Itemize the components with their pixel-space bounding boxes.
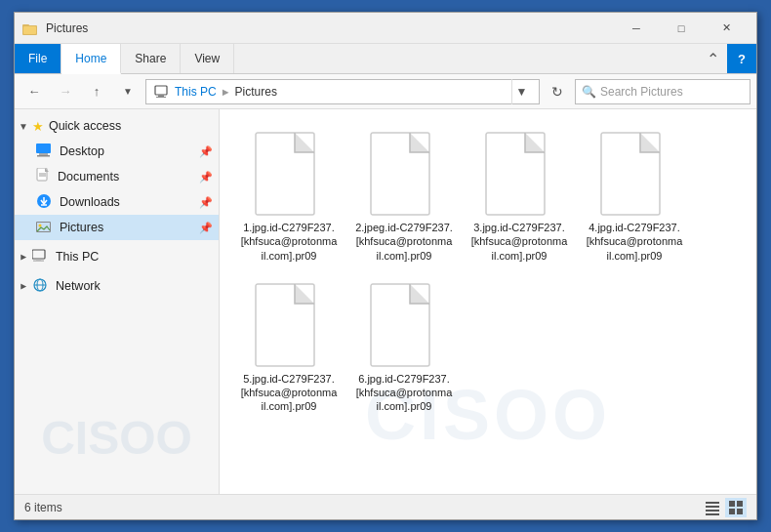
file-name: 3.jpg.id-C279F237.[khfsuca@protonmail.co… [470, 221, 568, 263]
quick-access-chevron: ▼ [19, 121, 28, 132]
breadcrumb-pictures[interactable]: Pictures [235, 85, 277, 99]
list-view-button[interactable] [702, 498, 723, 517]
svg-rect-30 [706, 502, 719, 504]
view-toggle [702, 498, 747, 517]
files-grid: 1.jpg.id-C279F237.[khfsuca@protonmail.co… [227, 117, 749, 428]
search-icon: 🔍 [582, 85, 596, 99]
file-area: CISOO 1.jpg.id-C279F237.[khfsuca@protonm… [220, 109, 756, 494]
file-item[interactable]: 6.jpg.id-C279F237.[khfsuca@protonmail.co… [350, 276, 458, 420]
maximize-button[interactable]: □ [659, 13, 704, 44]
documents-pin-icon: 📌 [199, 171, 213, 184]
file-name: 1.jpg.id-C279F237.[khfsuca@protonmail.co… [240, 221, 338, 263]
breadcrumb: This PC ► Pictures [154, 85, 277, 99]
file-icon [369, 282, 439, 368]
sidebar-item-documents[interactable]: Documents 📌 [15, 164, 219, 189]
sidebar-watermark: CISOO [24, 411, 209, 465]
file-item[interactable]: 4.jpg.id-C279F237.[khfsuca@protonmail.co… [581, 125, 688, 268]
file-icon [254, 282, 324, 368]
search-input[interactable]: Search Pictures [600, 85, 744, 99]
tab-view[interactable]: View [181, 44, 234, 73]
sidebar-item-network[interactable]: ▼ Network [15, 273, 219, 299]
help-button[interactable]: ? [727, 44, 756, 73]
sidebar-item-desktop[interactable]: Desktop 📌 [15, 139, 219, 164]
tab-file[interactable]: File [15, 44, 61, 73]
address-box[interactable]: This PC ► Pictures ▼ [145, 79, 540, 104]
forward-button[interactable]: → [52, 78, 79, 105]
breadcrumb-separator: ► [221, 86, 231, 98]
file-name: 5.jpg.id-C279F237.[khfsuca@protonmail.co… [240, 372, 338, 414]
svg-rect-19 [36, 259, 41, 261]
svg-rect-34 [729, 501, 735, 507]
quick-access-star-icon: ★ [32, 119, 44, 134]
desktop-pin-icon: 📌 [199, 145, 213, 158]
file-icon [599, 131, 670, 217]
downloads-icon [36, 193, 55, 212]
item-count: 6 items [24, 501, 62, 514]
sidebar-item-pictures[interactable]: Pictures 📌 [15, 215, 219, 240]
file-name: 4.jpg.id-C279F237.[khfsuca@protonmail.co… [586, 221, 683, 263]
svg-rect-7 [39, 153, 48, 155]
svg-rect-8 [37, 155, 50, 157]
back-button[interactable]: ← [20, 78, 48, 105]
file-name: 6.jpg.id-C279F237.[khfsuca@protonmail.co… [355, 372, 453, 414]
file-icon [254, 131, 324, 217]
tab-home[interactable]: Home [61, 44, 121, 74]
sidebar-item-this-pc[interactable]: ▼ This PC [15, 244, 219, 269]
file-item[interactable]: 1.jpg.id-C279F237.[khfsuca@protonmail.co… [235, 125, 343, 268]
window-controls: ─ □ ✕ [614, 13, 749, 44]
sidebar: ▼ ★ Quick access Desktop 📌 [15, 109, 220, 494]
window-title: Pictures [42, 21, 614, 35]
svg-point-17 [39, 224, 42, 226]
quick-access-label: Quick access [49, 119, 121, 133]
svg-rect-4 [158, 95, 164, 97]
this-pc-label: This PC [56, 250, 99, 264]
file-icon [369, 131, 439, 217]
sidebar-item-downloads[interactable]: Downloads 📌 [15, 189, 219, 215]
network-label: Network [56, 279, 101, 293]
this-pc-chevron: ▼ [18, 252, 28, 262]
desktop-icon [36, 143, 55, 160]
this-pc-icon [32, 249, 51, 266]
network-chevron: ▼ [18, 281, 28, 291]
breadcrumb-this-pc[interactable]: This PC [175, 85, 217, 99]
window-icon [22, 20, 38, 36]
recent-locations-button[interactable]: ▼ [114, 78, 142, 105]
svg-rect-5 [156, 97, 166, 98]
svg-rect-2 [23, 26, 36, 34]
file-item[interactable]: 3.jpg.id-C279F237.[khfsuca@protonmail.co… [466, 125, 573, 268]
search-box[interactable]: 🔍 Search Pictures [575, 79, 751, 104]
address-dropdown-button[interactable]: ▼ [511, 79, 531, 104]
network-icon [32, 278, 51, 295]
file-item[interactable]: 5.jpg.id-C279F237.[khfsuca@protonmail.co… [235, 276, 343, 420]
tab-share[interactable]: Share [121, 44, 181, 73]
downloads-pin-icon: 📌 [199, 196, 213, 209]
svg-rect-36 [729, 509, 735, 514]
ribbon-collapse-button[interactable]: ⌃ [699, 44, 727, 73]
file-item[interactable]: 2.jpeg.id-C279F237.[khfsuca@protonmail.c… [350, 125, 458, 268]
svg-rect-37 [737, 509, 743, 514]
status-bar: 6 items [15, 494, 756, 519]
minimize-button[interactable]: ─ [614, 13, 659, 44]
ribbon: File Home Share View ⌃ ? [15, 44, 756, 74]
svg-rect-3 [155, 86, 167, 95]
downloads-label: Downloads [60, 195, 120, 209]
refresh-button[interactable]: ↻ [544, 79, 571, 104]
documents-icon [36, 168, 53, 186]
grid-view-button[interactable] [725, 498, 747, 517]
desktop-label: Desktop [60, 144, 104, 158]
up-button[interactable]: ↑ [83, 78, 110, 105]
sidebar-item-quick-access[interactable]: ▼ ★ Quick access [15, 113, 219, 139]
svg-rect-31 [706, 506, 719, 508]
file-icon [484, 131, 554, 217]
pictures-icon [36, 220, 55, 236]
svg-rect-35 [737, 501, 743, 507]
explorer-window: Pictures ─ □ ✕ File Home Share View ⌃ ? … [14, 12, 757, 520]
close-button[interactable]: ✕ [704, 13, 749, 44]
file-name: 2.jpeg.id-C279F237.[khfsuca@protonmail.c… [355, 221, 453, 263]
svg-rect-6 [36, 143, 51, 153]
svg-rect-18 [32, 250, 45, 259]
pictures-pin-icon: 📌 [199, 222, 213, 234]
address-bar: ← → ↑ ▼ This PC ► Pictures ▼ ↻ 🔍 Search … [15, 74, 756, 109]
ribbon-tabs: File Home Share View ⌃ ? [15, 44, 756, 73]
title-bar: Pictures ─ □ ✕ [15, 13, 756, 44]
